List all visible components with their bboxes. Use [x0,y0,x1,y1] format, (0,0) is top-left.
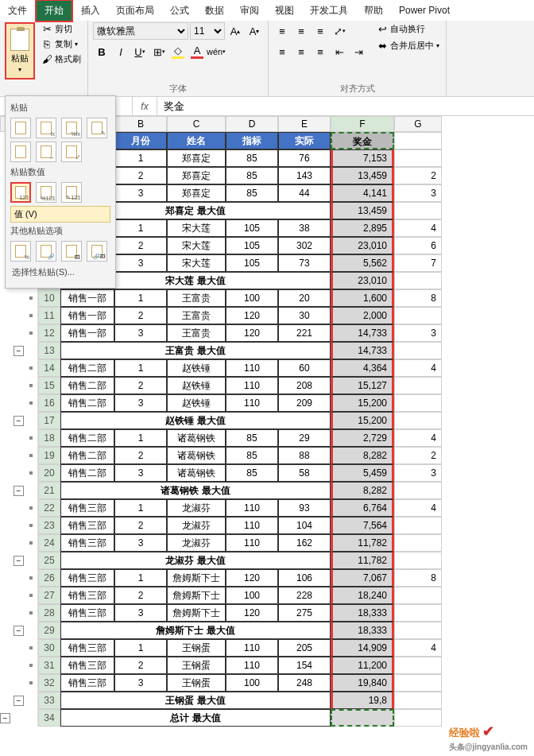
cell[interactable] [394,482,442,499]
cell[interactable] [394,534,442,552]
cell[interactable]: 销售三部 [60,569,114,587]
border-button[interactable]: ⊞▾ [150,43,168,60]
paste-picture-option[interactable]: 🖼 [61,241,82,262]
cell[interactable] [394,674,442,692]
cell[interactable]: 120 [226,569,278,587]
cell[interactable] [394,604,442,622]
increase-font-button[interactable]: A▴ [226,22,244,40]
cell[interactable]: 208 [278,377,331,394]
paste-all-option[interactable] [10,118,31,138]
bonus-cell[interactable]: 8,282 [331,447,394,464]
paste-no-borders-option[interactable] [10,142,31,162]
cell[interactable]: 2 [114,237,167,254]
bonus-cell[interactable]: 11,782 [331,552,394,569]
cell[interactable]: 110 [226,394,278,412]
cell[interactable]: 王钢蛋 [167,674,226,692]
paste-transpose-option[interactable]: ⤢ [61,142,82,162]
menu-Power Pivot[interactable]: Power Pivot [391,2,458,19]
cell[interactable]: 85 [226,447,278,464]
row-number[interactable]: 31 [38,657,60,674]
menu-数据[interactable]: 数据 [197,1,232,21]
cell[interactable]: 120 [226,307,278,324]
row-number[interactable]: 22 [38,499,60,517]
row-number[interactable]: 26 [38,569,60,587]
cell[interactable]: 销售三部 [60,657,114,674]
cell[interactable]: 赵铁锤 [167,394,226,412]
cell[interactable]: 销售二部 [60,377,114,394]
bonus-cell[interactable]: 18,333 [331,604,394,622]
cell[interactable]: 162 [278,534,331,552]
row-number[interactable]: 25 [38,552,60,569]
cell[interactable]: 85 [226,167,278,184]
cell[interactable]: 154 [278,657,331,674]
row-number[interactable]: 30 [38,639,60,657]
cell[interactable]: 王富贵 [167,289,226,307]
row-number[interactable]: 23 [38,517,60,534]
wrap-text-button[interactable]: ↩自动换行 [375,22,441,36]
cell[interactable]: 销售三部 [60,587,114,604]
copy-button[interactable]: ⎘复制 ▾ [40,37,83,51]
cell[interactable]: 73 [278,254,331,272]
cell[interactable]: 2 [114,167,167,184]
bonus-cell[interactable]: 7,067 [331,569,394,587]
cell[interactable]: 销售三部 [60,674,114,692]
bold-button[interactable]: B [93,43,110,60]
cell[interactable]: 龙淑芬 [167,517,226,534]
cell[interactable]: 44 [278,184,331,202]
outline-collapse-button[interactable]: − [14,416,24,426]
paste-special-menu[interactable]: 选择性粘贴(S)... [10,263,110,281]
cell[interactable]: 4 [394,359,442,377]
bonus-cell[interactable]: 8,282 [331,482,394,499]
cell[interactable]: 38 [278,219,331,237]
paste-values-source-format-option[interactable]: ✎123 [61,182,82,203]
bonus-cell[interactable]: 2,000 [331,307,394,324]
cell[interactable]: 93 [278,499,331,517]
cell[interactable]: 205 [278,639,331,657]
cell[interactable]: 248 [278,674,331,692]
bonus-cell[interactable]: 11,200 [331,657,394,674]
paste-link-option[interactable]: 🔗 [36,241,56,262]
cell[interactable]: 1 [114,429,167,447]
header-cell[interactable]: 月份 [114,132,167,149]
formula-input[interactable] [157,97,534,115]
outline-collapse-button[interactable]: − [14,626,24,636]
align-right-button[interactable]: ≡ [312,43,329,60]
bonus-cell[interactable]: 13,459 [331,167,394,184]
underline-button[interactable]: U▾ [131,43,149,60]
column-header-F[interactable]: F [331,116,394,132]
increase-indent-button[interactable]: ⇥ [350,43,367,60]
bonus-cell[interactable]: 14,733 [331,324,394,342]
cell[interactable]: 销售三部 [60,499,114,517]
cell[interactable] [394,342,442,359]
cell[interactable] [394,149,442,167]
cell[interactable]: 6 [394,237,442,254]
cell[interactable]: 赵铁锤 [167,359,226,377]
cell[interactable]: 销售一部 [60,289,114,307]
bonus-cell[interactable]: 15,127 [331,377,394,394]
bonus-cell[interactable]: 4,364 [331,359,394,377]
outline-collapse-button[interactable]: − [14,556,24,566]
cell[interactable]: 110 [226,657,278,674]
cell[interactable]: 85 [226,184,278,202]
cell[interactable]: 赵铁锤 [167,377,226,394]
column-header-B[interactable]: B [114,116,167,132]
row-number[interactable]: 15 [38,377,60,394]
cell[interactable]: 88 [278,447,331,464]
bonus-cell[interactable]: 15,200 [331,412,394,429]
cell[interactable]: 宋大莲 [167,219,226,237]
cell[interactable]: 1 [114,359,167,377]
cell[interactable]: 8 [394,569,442,587]
align-top-button[interactable]: ≡ [273,22,291,40]
cell[interactable]: 100 [226,587,278,604]
cell[interactable]: 1 [114,219,167,237]
cell[interactable] [394,657,442,674]
paste-values-option[interactable]: 123 [10,182,31,203]
italic-button[interactable]: I [112,43,130,60]
align-center-button[interactable]: ≡ [292,43,310,60]
bonus-cell[interactable]: 19,8 [331,692,394,709]
align-left-button[interactable]: ≡ [273,43,291,60]
cut-button[interactable]: ✂剪切 [40,22,83,36]
cell[interactable]: 110 [226,499,278,517]
cell[interactable] [394,394,442,412]
column-header-D[interactable]: D [226,116,278,132]
